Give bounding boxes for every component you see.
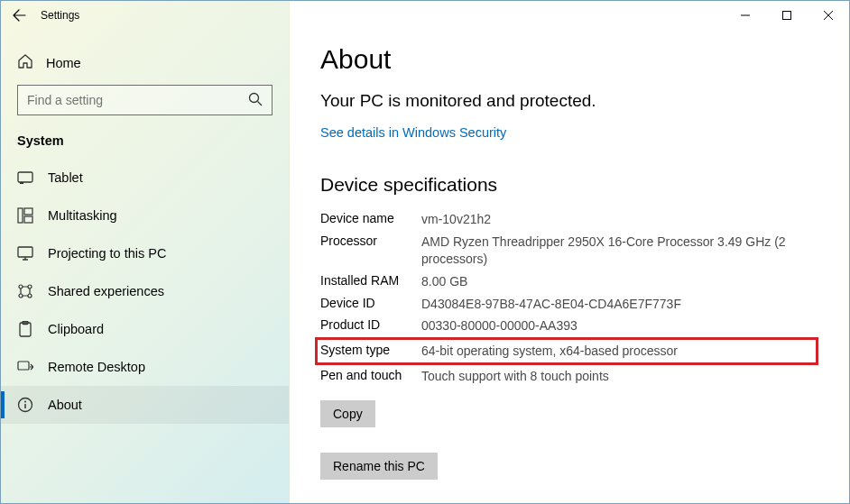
spec-value: vm-10v21h2 xyxy=(421,211,818,228)
svg-rect-3 xyxy=(20,182,23,184)
clipboard-icon xyxy=(17,321,33,337)
nav-tablet[interactable]: Tablet xyxy=(1,159,289,197)
search-input[interactable] xyxy=(17,85,273,115)
search-container xyxy=(17,85,273,115)
spec-product-id: Product ID 00330-80000-00000-AA393 xyxy=(320,315,818,337)
home-icon xyxy=(17,53,33,72)
spec-device-id: Device ID D43084E8-97B8-47AC-8E04-CD4A6E… xyxy=(320,293,818,316)
nav-label: About xyxy=(48,398,82,412)
spec-label: Product ID xyxy=(320,317,421,332)
svg-point-16 xyxy=(24,401,26,403)
svg-rect-12 xyxy=(20,323,31,336)
nav-shared-experiences[interactable]: Shared experiences xyxy=(1,272,289,310)
spec-label: System type xyxy=(320,343,421,357)
spec-system-type: System type 64-bit operating system, x64… xyxy=(315,337,818,365)
svg-rect-14 xyxy=(18,362,29,370)
nav-multitasking[interactable]: Multitasking xyxy=(1,197,289,234)
svg-point-9 xyxy=(28,285,32,289)
nav-label: Remote Desktop xyxy=(48,360,145,374)
protection-status: Your PC is monitored and protected. xyxy=(320,91,818,111)
multitasking-icon xyxy=(17,207,33,224)
svg-rect-7 xyxy=(18,247,32,257)
svg-rect-4 xyxy=(18,208,23,223)
svg-point-11 xyxy=(28,294,32,298)
nav-remote-desktop[interactable]: Remote Desktop xyxy=(1,348,289,386)
nav-projecting[interactable]: Projecting to this PC xyxy=(1,234,289,272)
windows-security-link[interactable]: See details in Windows Security xyxy=(320,125,506,140)
remote-desktop-icon xyxy=(17,359,33,375)
sidebar: Home System Tablet Multitasking Pr xyxy=(1,1,290,503)
window-title: Settings xyxy=(37,9,79,22)
svg-rect-6 xyxy=(24,216,32,223)
svg-rect-5 xyxy=(24,208,32,215)
main-panel: About Your PC is monitored and protected… xyxy=(290,1,849,503)
spec-label: Processor xyxy=(320,234,421,248)
spec-label: Device name xyxy=(320,211,421,225)
nav-about[interactable]: About xyxy=(1,386,289,424)
spec-value: 8.00 GB xyxy=(421,273,818,290)
svg-rect-2 xyxy=(18,172,32,182)
info-icon xyxy=(17,397,33,413)
home-label: Home xyxy=(46,56,81,70)
spec-label: Device ID xyxy=(320,296,421,310)
device-spec-heading: Device specifications xyxy=(320,174,818,196)
section-system: System xyxy=(1,128,289,159)
nav-clipboard[interactable]: Clipboard xyxy=(1,310,289,348)
nav-label: Projecting to this PC xyxy=(48,246,166,261)
nav-label: Shared experiences xyxy=(48,284,164,298)
spec-ram: Installed RAM 8.00 GB xyxy=(320,270,818,293)
spec-value: D43084E8-97B8-47AC-8E04-CD4A6E7F773F xyxy=(421,296,818,313)
shared-icon xyxy=(17,283,33,299)
svg-point-10 xyxy=(19,294,23,298)
spec-label: Pen and touch xyxy=(320,368,421,382)
spec-value: 00330-80000-00000-AA393 xyxy=(421,317,818,334)
spec-label: Installed RAM xyxy=(320,273,421,288)
page-title: About xyxy=(320,44,818,75)
projecting-icon xyxy=(17,245,33,261)
spec-value: 64-bit operating system, x64-based proce… xyxy=(421,343,813,360)
home-button[interactable]: Home xyxy=(1,44,289,81)
svg-point-8 xyxy=(19,285,23,289)
nav-label: Tablet xyxy=(48,170,83,185)
back-button[interactable] xyxy=(1,1,37,30)
spec-pen-touch: Pen and touch Touch support with 8 touch… xyxy=(320,365,818,388)
arrow-left-icon xyxy=(12,8,26,23)
titlebar: Settings xyxy=(1,1,849,30)
spec-processor: Processor AMD Ryzen Threadripper 2950X 1… xyxy=(320,231,818,270)
spec-device-name: Device name vm-10v21h2 xyxy=(320,208,818,231)
copy-button[interactable]: Copy xyxy=(320,400,375,427)
settings-window: Settings Home System xyxy=(0,0,850,504)
spec-value: AMD Ryzen Threadripper 2950X 16-Core Pro… xyxy=(421,234,818,268)
nav-label: Multitasking xyxy=(48,208,117,223)
nav-label: Clipboard xyxy=(48,322,104,336)
rename-pc-button[interactable]: Rename this PC xyxy=(320,453,438,480)
spec-value: Touch support with 8 touch points xyxy=(421,368,818,385)
tablet-icon xyxy=(17,170,33,186)
